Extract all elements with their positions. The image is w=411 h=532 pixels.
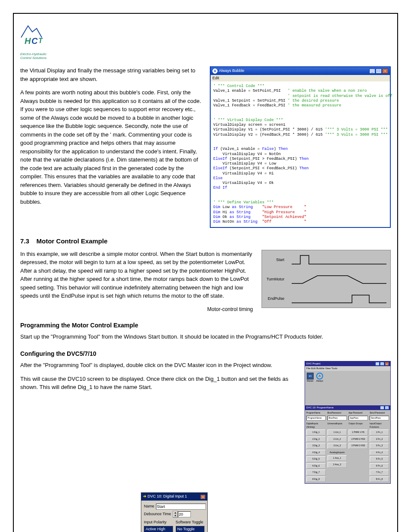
proj-title-text: DVC Project: [306, 362, 321, 366]
proj-canvas[interactable]: I/OMaster AAlways: [305, 371, 390, 405]
proj-button[interactable]: 5 Fn_5: [370, 456, 389, 462]
code-title: Always Bubble: [219, 68, 244, 74]
proj-button[interactable]: 2 Dig_2: [306, 436, 326, 442]
timing-diagram: Start TurnMotor EndPulse: [262, 250, 391, 308]
proj-button[interactable]: 1 Ana_1: [327, 455, 347, 461]
section-num: 7.3: [20, 237, 29, 245]
toggle-no-toggle[interactable]: No Toggle: [176, 526, 205, 532]
proj-button[interactable]: 3 PWM 3 HS5: [349, 443, 368, 449]
proj-group-label: Input/Output Functions: [370, 422, 389, 429]
sub-title-programming: Programming the Motor Control Example: [20, 321, 391, 330]
di-close-icon[interactable]: ×: [200, 495, 206, 499]
timing-row-turnmotor-label: TurnMotor: [262, 277, 288, 283]
di-polarity-list[interactable]: Active High Active Low: [144, 526, 173, 532]
proj-field[interactable]: SendPass: [370, 416, 389, 421]
code-menu-edit[interactable]: Edit: [211, 75, 390, 82]
di-titlebar[interactable]: ➔ DVC 10: Digital Input 1 ×: [141, 493, 207, 501]
proj-button[interactable]: 1 PWM 1 HS: [349, 429, 368, 436]
proj-button[interactable]: 3 Dig_3: [306, 443, 326, 449]
svg-text:H: H: [25, 36, 31, 46]
proj-button[interactable]: 6 Fn_6: [370, 463, 389, 469]
proj-menu[interactable]: File Edit Bubble View Tools: [305, 366, 390, 371]
code-body[interactable]: ' *** Control Code ***Valve_1 enable = S…: [211, 81, 390, 227]
proj-button[interactable]: 8 Fn_8: [370, 476, 389, 482]
proj-button[interactable]: 1 Fn_1: [370, 429, 389, 436]
di-toggle-label: Software Toggle: [176, 520, 205, 526]
proj-button[interactable]: 8 Dig_8: [306, 476, 326, 482]
proj-form-title: DVC 10: ProgramName: [306, 406, 333, 410]
code-titlebar[interactable]: AAlways Bubble _ □ ×: [211, 67, 390, 75]
proj-button[interactable]: 1 Dig_1: [306, 429, 326, 436]
proj-button[interactable]: 2 Uni_2: [327, 436, 347, 442]
timing-endpulse-wave: [288, 290, 390, 307]
minimize-icon[interactable]: _: [369, 68, 375, 74]
proj-form: ProgramNameBiosPasswordApp PasswordSend …: [305, 410, 390, 483]
proj-min-icon[interactable]: _: [375, 362, 380, 366]
app-a-icon: A: [212, 68, 218, 74]
logo-caption-2: Control Solutions: [20, 56, 391, 60]
proj-button[interactable]: 2 PWM 2 HS3: [349, 436, 368, 442]
proj-header: Send Password: [370, 411, 389, 415]
spin-up-icon[interactable]: ▲: [173, 511, 177, 514]
di-name-input[interactable]: [156, 504, 206, 510]
para-3: In this example, we will describe a simp…: [20, 250, 253, 300]
logo-caption-1: Electro-Hydraulic: [20, 52, 391, 56]
maximize-icon[interactable]: □: [376, 68, 382, 74]
para-1a: the Virtual Display and finally the mess…: [20, 67, 143, 74]
proj-button[interactable]: 3 Fn_3: [370, 443, 389, 449]
proj-button[interactable]: 7 Dig_7: [306, 470, 326, 476]
proj-button[interactable]: 1 Uni_1: [327, 429, 347, 436]
digital-input-dialog: ➔ DVC 10: Digital Input 1 × Name Debounc…: [141, 492, 208, 532]
timing-row-endpulse-label: EndPulse: [262, 296, 288, 302]
dvc-project-window: DVC Project _ □ × File Edit Bubble View …: [305, 361, 391, 484]
proj-field[interactable]: BiosPass: [327, 416, 347, 421]
para-5: After the "Programming Tool" is displaye…: [20, 361, 296, 370]
proj-header: BiosPassword: [327, 411, 347, 415]
di-title: DVC 10: Digital Input 1: [148, 494, 187, 498]
proj-max-icon[interactable]: □: [380, 362, 384, 366]
hct-logo-icon: H C T: [20, 20, 55, 50]
timing-turnmotor-wave: [288, 271, 390, 288]
svg-text:T: T: [38, 37, 43, 44]
timing-start-wave: [288, 251, 390, 268]
proj-close-icon[interactable]: ×: [385, 362, 389, 366]
proj-header: App Password: [349, 411, 368, 415]
proj-button[interactable]: 4 Dig_4: [306, 450, 326, 456]
spin-down-icon[interactable]: ▼: [173, 514, 177, 517]
para-2: A few points are worth noting about this…: [20, 88, 201, 206]
proj-button[interactable]: 2 Ana_2: [327, 462, 347, 468]
proj-button[interactable]: 6 Dig_6: [306, 463, 326, 469]
proj-button[interactable]: 7 Fn_7: [370, 470, 389, 476]
proj-button[interactable]: 5 Dig_5: [306, 456, 326, 462]
proj-button[interactable]: 4 Fn_4: [370, 450, 389, 456]
proj-field[interactable]: ProgramName: [306, 416, 326, 421]
arrow-right-icon: ➔: [143, 494, 146, 498]
proj-titlebar[interactable]: DVC Project _ □ ×: [305, 361, 390, 366]
proj-button[interactable]: 2 Fn_2: [370, 436, 389, 442]
master-io-icon[interactable]: I/OMaster: [307, 373, 314, 404]
di-toggle-list[interactable]: No Toggle Toggle: [176, 526, 205, 532]
proj-group-label: UniversalInputs: [327, 422, 347, 429]
always-icon[interactable]: AAlways: [316, 373, 323, 404]
debounce-spinner[interactable]: ▲▼: [173, 511, 178, 518]
timing-row-start-label: Start: [262, 257, 288, 263]
di-polarity-label: Input Polarity: [144, 520, 173, 526]
proj-field[interactable]: AppPass: [349, 416, 368, 421]
proj-form-min-icon[interactable]: _: [380, 406, 384, 410]
proj-header: ProgramName: [306, 411, 326, 415]
svg-text:C: C: [31, 36, 38, 46]
polarity-active-high[interactable]: Active High: [144, 526, 173, 532]
proj-form-max-icon[interactable]: □: [385, 406, 389, 410]
di-name-label: Name: [144, 504, 154, 510]
proj-form-titlebar[interactable]: DVC 10: ProgramName _ □: [305, 405, 390, 410]
proj-button: AnalogInputs: [327, 451, 347, 454]
close-icon[interactable]: ×: [382, 68, 388, 74]
proj-button[interactable]: 3 Uni_3: [327, 443, 347, 449]
sub-title-config: Configuring the DVC5/7/10: [20, 349, 391, 358]
di-debounce-input[interactable]: [178, 511, 191, 517]
di-debounce-label: Debounce Time: [144, 511, 171, 517]
timing-label: Motor-control timing: [20, 305, 253, 313]
always-bubble-window: AAlways Bubble _ □ × Edit ' *** Control …: [210, 66, 391, 228]
logo: H C T Electro-Hydraulic Control Solution…: [20, 20, 391, 60]
para-4: Start up the "Programming Tool" from the…: [20, 333, 391, 341]
